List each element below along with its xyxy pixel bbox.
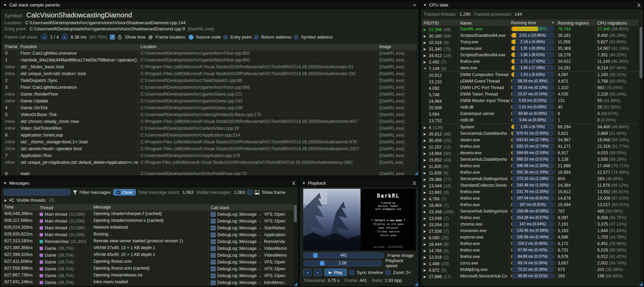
table-row[interactable]: 5VideoGLBase::TickC:\Users\wolf\Desktop\… <box>3 112 416 118</box>
table-row[interactable]: ▶12,016(2)firefox.exe84.89 ms (0.37%)6,5… <box>422 254 639 260</box>
playback-speed-slider[interactable]: 1.00 <box>303 260 382 266</box>
table-row[interactable]: ▶10,316(9)Tracy.exe2.18 s (9.45%)11,0585… <box>422 39 639 45</box>
clear-button[interactable]: x Clear <box>113 189 136 196</box>
column-header[interactable]: Running regions <box>555 19 595 26</box>
expand-icon[interactable]: ▶ <box>424 165 427 168</box>
frame-location-radio[interactable] <box>223 35 228 40</box>
expand-icon[interactable]: ▶ <box>424 275 427 278</box>
show-frame-checkbox[interactable] <box>247 190 252 195</box>
close-icon[interactable]: X <box>637 2 641 8</box>
expand-icon[interactable]: ▶ <box>424 184 427 188</box>
table-row[interactable]: ▶13,044(10)StandardCollector.Servic242.4… <box>422 182 639 189</box>
table-row[interactable]: inlinestd::chrono::steady_clock::nowC:\P… <box>3 118 416 125</box>
expand-icon[interactable]: ▶ <box>424 204 427 207</box>
expand-icon[interactable]: ▶ <box>424 47 427 51</box>
table-row[interactable]: ▶11,152(12)firefox.exe632.15 ms (2.74%)4… <box>422 143 639 150</box>
prev-frame-button[interactable]: ◂ <box>41 34 47 40</box>
column-header[interactable]: Name <box>458 19 510 26</box>
expand-icon[interactable]: ▶ <box>424 34 427 38</box>
next-frame-button[interactable]: ▸ <box>61 34 68 40</box>
table-row[interactable]: 627,667,736nsGame(36,704)Opening /meta/r… <box>2 272 294 279</box>
callstack-cell[interactable]: DebugLog::Message←StartNetwo <box>208 224 294 231</box>
collapse-icon[interactable]: ▼ <box>423 3 427 7</box>
table-row[interactable]: ▶1,488(10)csrss.exe83.74 ms (0.36%)3,657… <box>422 260 639 267</box>
expand-icon[interactable]: ▶ <box>424 139 427 142</box>
callstack-cell[interactable]: DebugLog::Message←VFS::Open <box>208 217 294 224</box>
expand-icon[interactable]: ▶ <box>424 191 427 194</box>
scrollbar-thumb[interactable] <box>640 27 642 78</box>
table-row[interactable]: inlinestd::unique_ptr<Application,std::d… <box>3 159 416 171</box>
sync-timeline-checkbox[interactable] <box>349 270 354 275</box>
table-row[interactable]: inlinestd::atomic<bool>::operator boolC:… <box>3 146 416 153</box>
collapse-icon[interactable]: ▼ <box>3 3 7 7</box>
expand-icon[interactable]: ▶ <box>424 28 427 31</box>
table-row[interactable]: 2TaskDispatch::SyncC:\Users\wolf\Desktop… <box>3 77 416 84</box>
table-row[interactable]: ▶4,768(7)firefox.exe187.54 ms (0.81%)14,… <box>422 195 639 202</box>
resize-grip[interactable] <box>294 282 297 286</box>
column-header[interactable]: PID/TID <box>422 19 458 26</box>
table-row[interactable]: ▶16,464(7)firefox.exe187 ms (0.81%)15,49… <box>422 202 639 208</box>
table-row[interactable]: 3,564GameInput server69.68 us (0.00%)64 … <box>422 111 639 117</box>
table-row[interactable]: 606,117,568nsMain thread(31,596)Opening … <box>2 217 294 224</box>
table-row[interactable]: 627,313,190nsRemoteView(31,392)Remote vi… <box>2 238 294 245</box>
callstack-cell[interactable]: DebugLog::Message←VideoMemo <box>208 252 294 258</box>
expand-icon[interactable]: ▶ <box>424 236 427 240</box>
table-row[interactable]: 627,411,606nsGame(36,704)Opening /forest… <box>2 258 294 265</box>
resize-grip[interactable] <box>414 282 418 286</box>
table-row[interactable]: ▶4,872(9)MsMpEng.exe70.22 ms (0.30%)5732… <box>422 267 639 273</box>
table-row[interactable]: inlinestd::_Atomic_storage<bool,1>::load… <box>3 139 416 146</box>
callstack-cell[interactable]: DebugLog::Message←VFS::Open <box>208 211 294 217</box>
callstack-cell[interactable]: DebugLog::Message←VFS::Open <box>208 258 294 265</box>
expand-icon[interactable]: ▶ <box>424 210 427 214</box>
expand-icon[interactable]: ▶ <box>424 171 427 175</box>
cpu-scrollbar[interactable] <box>640 27 642 282</box>
collapse-icon[interactable]: ▼ <box>302 181 306 185</box>
table-row[interactable]: ▶27,696(17)Microsoft.ServiceHub.Co48.06 … <box>422 273 639 279</box>
table-row[interactable]: ▶27,536(7)msvsmon.exe133.45 ms (0.58%)5,… <box>422 228 639 234</box>
table-row[interactable]: 627,831,246nsGame(36,704)Intro menu load… <box>2 279 294 286</box>
table-row[interactable]: ▶23,348(106)ServiceHub.SettingsHost158.0… <box>422 208 639 215</box>
step-forward-button[interactable]: ▸ <box>314 269 322 276</box>
table-row[interactable]: 20,508ntdll.dll1.01 ms (0.00%)4025 (62.5… <box>422 104 639 111</box>
table-row[interactable]: 10,512DWM Compositor Thread1.53 s (6.63%… <box>422 71 639 78</box>
table-row[interactable]: inlinestd::unique_lock<std::mutex>::lock… <box>3 71 416 77</box>
table-row[interactable]: inlinestd::_Mutex_base::lockC:\Program F… <box>3 64 416 71</box>
expand-icon[interactable]: ▶ <box>424 269 427 272</box>
table-row[interactable]: inlineGame::RenderFloorC:\Users\wolf\Des… <box>3 91 416 98</box>
callstack-cell[interactable]: DebugLog::Message←VFS::Open <box>208 265 294 272</box>
expand-icon[interactable]: ▶ <box>424 54 427 57</box>
table-row[interactable]: ▶30,456(25)steam.exe643.61 ms (2.79%)34,… <box>422 137 639 143</box>
column-header[interactable]: Time <box>2 204 37 211</box>
column-header[interactable]: Image <box>377 44 416 50</box>
column-header[interactable]: Call stack <box>208 204 294 211</box>
column-header[interactable]: Function <box>18 44 138 50</box>
frame-image-slider[interactable]: 441 <box>303 253 384 258</box>
table-row[interactable]: ▶14,984(50)devenv.exe584.69 ms (2.53%)6,… <box>422 150 639 156</box>
column-header[interactable]: Frame <box>3 44 18 50</box>
resize-grip[interactable] <box>639 282 643 286</box>
expand-icon[interactable]: ▶ <box>424 217 427 220</box>
table-row[interactable]: 4Game::OnTickC:\Users\wolf\Desktop\darkr… <box>3 105 416 112</box>
table-row[interactable]: 626,024,328nsMain thread(31,596)Network … <box>2 224 294 231</box>
table-row[interactable]: 3Floor::CalcLightNoLuminanceC:\Users\wol… <box>3 84 416 91</box>
expand-icon[interactable]: ▶ <box>424 126 427 129</box>
table-row[interactable]: 627,380,356nsGame(36,704)VRAM 37x45: 13 … <box>2 245 294 252</box>
expand-icon[interactable]: ▶ <box>424 249 427 253</box>
column-header[interactable]: Thread <box>37 204 91 211</box>
expand-icon[interactable]: ▶ <box>4 199 7 202</box>
callstack-cell[interactable]: DebugLog::Message←VFS::Open <box>208 272 294 278</box>
table-row[interactable]: 6Application::InnerLoopC:\Users\wolf\Des… <box>3 132 416 139</box>
table-row[interactable]: 1<lambda_84a19dc444fae966ca174e83e708bdc… <box>3 57 416 64</box>
expand-icon[interactable]: ▶ <box>424 145 427 149</box>
table-row[interactable]: ▶31,340(75)devenv.exe1.91 s (8.26%)35,36… <box>422 45 639 52</box>
expand-icon[interactable]: ▶ <box>424 230 427 233</box>
frame-location-radio[interactable] <box>254 35 259 40</box>
table-row[interactable]: 24,964DWM Master Input Thread5.03 ms (0.… <box>422 98 639 104</box>
table-row[interactable]: 7Application::RunC:\Users\wolf\Desktop\d… <box>3 153 416 159</box>
table-row[interactable]: ▶2,492(7)firefox.exe1.71 s (7.42%)24,022… <box>422 58 639 65</box>
table-row[interactable]: ▶22,396(49)DarkRL.exe14.33 s (62.06%)78,… <box>422 26 639 32</box>
column-header[interactable]: Running time▼ <box>510 19 555 26</box>
frame-location-radio[interactable] <box>294 35 298 40</box>
scrollbar-thumb[interactable] <box>294 205 297 222</box>
table-row[interactable]: 626,833,622nsMain thread(31,596)Booting.… <box>2 231 294 238</box>
